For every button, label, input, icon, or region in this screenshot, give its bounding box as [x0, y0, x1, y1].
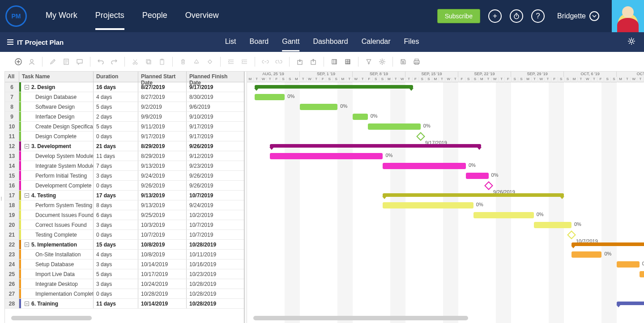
cell-name[interactable]: Setup Database [21, 259, 94, 269]
gantt-scrollbar[interactable] [253, 316, 468, 320]
redo-icon[interactable] [108, 56, 120, 68]
cell-start[interactable]: 9/17/2019 [138, 132, 187, 141]
cell-finish[interactable]: 10/28/2019 [187, 299, 236, 308]
collapse-icon[interactable]: − [25, 242, 29, 247]
cell-name[interactable]: Development Complete [21, 181, 94, 190]
assign-icon[interactable] [26, 56, 38, 68]
project-title-block[interactable]: IT Project Plan [7, 38, 64, 46]
avatar[interactable] [612, 0, 644, 32]
collapse-icon[interactable]: − [25, 144, 29, 149]
gantt-summary-bar[interactable] [571, 242, 644, 246]
cell-finish[interactable]: 9/12/2019 [187, 151, 236, 161]
gantt-summary-bar[interactable] [617, 302, 644, 305]
cell-start[interactable]: 9/2/2019 [138, 102, 187, 111]
cell-duration[interactable]: 0 days [94, 181, 138, 190]
cell-finish[interactable]: 10/7/2019 [187, 230, 236, 239]
view-tab-calendar[interactable]: Calendar [362, 33, 391, 51]
cell-start[interactable]: 8/29/2019 [138, 141, 187, 151]
table-row[interactable]: 22−5. Implementation15 days10/8/201910/2… [5, 240, 244, 250]
cell-finish[interactable]: 10/28/2019 [187, 240, 236, 249]
print-icon[interactable] [411, 56, 422, 68]
cell-duration[interactable]: 5 days [94, 122, 138, 131]
gantt-milestone[interactable]: 9/26/2019 [484, 181, 493, 190]
gantt-milestone[interactable]: 10/7/2019 [567, 230, 576, 239]
table-row[interactable]: 24Setup Database3 days10/14/201910/16/20… [5, 259, 244, 269]
gantt-task-bar[interactable]: 0% [571, 251, 601, 258]
table-row[interactable]: 16Development Complete0 days9/26/20199/2… [5, 181, 244, 191]
gantt-task-bar[interactable]: 0% [617, 261, 640, 268]
collapse-icon[interactable]: − [25, 193, 29, 198]
gantt-task-bar[interactable]: 0% [353, 114, 368, 120]
table-row[interactable]: 10Create Design Specification5 days9/11/… [5, 122, 244, 132]
cell-name[interactable]: Perform Initial Testing [21, 171, 94, 180]
cell-name[interactable]: Import Live Data [21, 269, 94, 279]
cell-finish[interactable]: 10/2/2019 [187, 210, 236, 220]
table-row[interactable]: 12−3. Development21 days8/29/20199/26/20… [5, 141, 244, 151]
gantt-body[interactable]: 0%0%0%0%9/17/20190%0%0%9/26/20190%0%0%10… [247, 82, 644, 323]
export-icon[interactable] [307, 56, 319, 68]
nav-link-projects[interactable]: Projects [95, 3, 124, 30]
cell-start[interactable]: 10/24/2019 [138, 279, 187, 289]
cell-duration[interactable]: 6 days [94, 210, 138, 220]
cell-start[interactable]: 8/27/2019 [138, 92, 187, 102]
cell-duration[interactable]: 16 days [94, 82, 138, 92]
gantt-summary-bar[interactable] [383, 193, 564, 197]
logo[interactable]: PM [0, 5, 32, 27]
cell-duration[interactable]: 15 days [94, 240, 138, 249]
cell-start[interactable]: 10/14/2019 [138, 259, 187, 269]
table-row[interactable]: 28−6. Training11 days10/14/201910/28/201… [5, 299, 244, 309]
import-icon[interactable] [294, 56, 306, 68]
undo-icon[interactable] [95, 56, 107, 68]
cell-duration[interactable]: 3 days [94, 259, 138, 269]
gantt-task-bar[interactable]: 0% [368, 123, 421, 130]
cell-start[interactable]: 8/27/2019 [138, 82, 187, 92]
table-row[interactable]: 26Integrate Desktop3 days10/24/201910/28… [5, 279, 244, 289]
cell-duration[interactable]: 0 days [94, 289, 138, 298]
cell-start[interactable]: 9/26/2019 [138, 181, 187, 190]
cell-name[interactable]: Implementation Complete [21, 289, 94, 298]
add-task-icon[interactable] [13, 56, 24, 68]
gantt-milestone[interactable]: 9/17/2019 [416, 132, 425, 141]
cell-duration[interactable]: 3 days [94, 279, 138, 289]
cell-start[interactable]: 10/7/2019 [138, 230, 187, 239]
table-row[interactable]: 17−4. Testing17 days9/13/201910/7/2019 [5, 191, 244, 200]
table-row[interactable]: 18Perform System Testing8 days9/13/20199… [5, 200, 244, 210]
cell-finish[interactable]: 8/30/2019 [187, 92, 236, 102]
table-row[interactable]: 9Interface Design2 days9/9/20199/10/2019 [5, 112, 244, 122]
columns-icon[interactable] [328, 56, 340, 68]
cell-finish[interactable]: 9/26/2019 [187, 171, 236, 180]
col-header-all[interactable]: All [5, 72, 19, 82]
cell-duration[interactable]: 8 days [94, 200, 138, 210]
left-grip[interactable] [1, 197, 2, 200]
cell-duration[interactable]: 11 days [94, 299, 138, 308]
cell-duration[interactable]: 3 days [94, 171, 138, 180]
cell-finish[interactable]: 9/17/2019 [187, 132, 236, 141]
cell-duration[interactable]: 2 days [94, 112, 138, 121]
cell-start[interactable]: 9/9/2019 [138, 112, 187, 121]
gantt-task-bar[interactable]: 0% [383, 163, 465, 169]
options-icon[interactable] [376, 56, 388, 68]
cell-finish[interactable]: 9/26/2019 [187, 141, 236, 151]
table-row[interactable]: 27Implementation Complete0 days10/28/201… [5, 289, 244, 299]
gantt-task-bar[interactable]: 0% [255, 94, 285, 100]
col-header-start[interactable]: Planned Start Date [138, 72, 187, 82]
cell-name[interactable]: Interface Design [21, 112, 94, 121]
cell-name[interactable]: On-Site Installation [21, 250, 94, 259]
cell-start[interactable]: 9/11/2019 [138, 122, 187, 131]
cell-name[interactable]: −3. Development [21, 141, 94, 151]
cell-name[interactable]: Design Complete [21, 132, 94, 141]
col-header-duration[interactable]: Duration [94, 72, 138, 82]
gantt-task-bar[interactable]: 0% [534, 222, 571, 228]
notes-icon[interactable] [60, 56, 72, 68]
cell-duration[interactable]: 0 days [94, 132, 138, 141]
cell-finish[interactable]: 10/23/2019 [187, 269, 236, 279]
settings-icon[interactable] [627, 37, 636, 47]
cell-start[interactable]: 8/29/2019 [138, 151, 187, 161]
copy-icon[interactable] [143, 56, 154, 68]
table-row[interactable]: 7Design Database4 days8/27/20198/30/2019 [5, 92, 244, 102]
table-row[interactable]: 23On-Site Installation4 days10/8/201910/… [5, 250, 244, 259]
cell-start[interactable]: 10/3/2019 [138, 220, 187, 230]
cell-name[interactable]: Develop System Modules [21, 151, 94, 161]
table-row[interactable]: 19Document Issues Found6 days9/25/201910… [5, 210, 244, 220]
collapse-icon[interactable]: − [25, 85, 29, 89]
